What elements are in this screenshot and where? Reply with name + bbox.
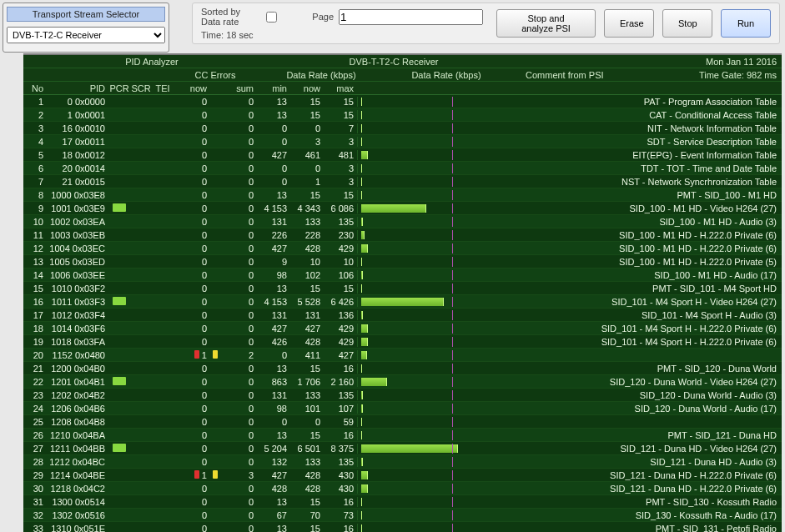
cell-pcr bbox=[108, 203, 130, 213]
cell-bar bbox=[357, 163, 499, 173]
table-row[interactable]: 417 0x0011 00033SDT - Service Descriptio… bbox=[23, 135, 782, 148]
table-row[interactable]: 251208 0x04B8 000059 bbox=[23, 415, 782, 429]
cell-bar bbox=[357, 230, 499, 240]
cell-pid: 18 0x0012 bbox=[47, 150, 108, 160]
ts-selector-dropdown[interactable]: DVB-T-T2-C Receiver bbox=[7, 27, 165, 43]
table-row[interactable]: 21 0x0001 00131515CAT - Conditional Acce… bbox=[23, 108, 782, 122]
cell-dr-min: 427 bbox=[257, 324, 290, 334]
header-title-center: DVB-T-T2-C Receiver bbox=[277, 57, 511, 67]
cell-cc-now: 0 bbox=[174, 510, 210, 520]
cell-cc-now: 0 bbox=[174, 324, 210, 334]
cell-comment: SID_121 - Duna HD - Audio (3) bbox=[499, 457, 782, 467]
cell-dr-min: 428 bbox=[257, 484, 290, 494]
cell-dr-max: 15 bbox=[324, 190, 357, 200]
table-row[interactable]: 201152 0x0480 120411427 bbox=[23, 349, 782, 362]
cell-cc-now: 0 bbox=[174, 430, 210, 440]
cell-no: 18 bbox=[23, 324, 47, 334]
table-row[interactable]: 151010 0x03F2 00131515PMT - SID_101 - M4… bbox=[23, 282, 782, 295]
table-row[interactable]: 311300 0x0514 00131516PMT - SID_130 - Ko… bbox=[23, 495, 782, 509]
cell-pid: 1201 0x04B1 bbox=[47, 377, 108, 387]
table-row[interactable]: 271211 0x04BB 005 2046 5018 375SID_121 -… bbox=[23, 442, 782, 455]
cell-dr-now: 0 bbox=[290, 123, 324, 133]
cell-dr-max: 3 bbox=[324, 177, 357, 187]
cell-dr-max: 3 bbox=[324, 163, 357, 173]
table-row[interactable]: 221201 0x04B1 008631 7062 160SID_120 - D… bbox=[23, 375, 782, 389]
table-row[interactable]: 301218 0x04C2 00428428430SID_121 - Duna … bbox=[23, 482, 782, 495]
table-row[interactable]: 121004 0x03EC 00427428429SID_100 - M1 HD… bbox=[23, 242, 782, 255]
cell-no: 32 bbox=[23, 510, 47, 520]
cell-dr-min: 427 bbox=[257, 470, 290, 480]
table-row[interactable]: 620 0x0014 00003TDT - TOT - Time and Dat… bbox=[23, 162, 782, 175]
table-row[interactable]: 261210 0x04BA 00131516PMT - SID_121 - Du… bbox=[23, 429, 782, 442]
table-row[interactable]: 161011 0x03F3 004 1535 5286 426SID_101 -… bbox=[23, 295, 782, 309]
col-scr: SCR bbox=[130, 83, 152, 93]
run-button[interactable]: Run bbox=[721, 9, 771, 38]
table-row[interactable]: 181014 0x03F6 00427427429SID_101 - M4 Sp… bbox=[23, 322, 782, 335]
cell-comment: SID_101 - M4 Sport H - H.222.0 Private (… bbox=[499, 337, 782, 347]
table-row[interactable]: 291214 0x04BE 13427428430SID_121 - Duna … bbox=[23, 469, 782, 482]
table-row[interactable]: 141006 0x03EE 0098102106SID_100 - M1 HD … bbox=[23, 269, 782, 282]
cell-dr-now: 6 501 bbox=[290, 444, 324, 454]
table-row[interactable]: 241206 0x04B6 0098101107SID_120 - Duna W… bbox=[23, 402, 782, 415]
cell-bar bbox=[357, 390, 499, 400]
table-row[interactable]: 321302 0x0516 00677073SID_130 - Kossuth … bbox=[23, 509, 782, 522]
table-row[interactable]: 316 0x0010 00007NIT - Network Informatio… bbox=[23, 122, 782, 135]
table-row[interactable]: 10 0x0000 00131515PAT - Program Associat… bbox=[23, 95, 782, 108]
cell-dr-min: 67 bbox=[257, 510, 290, 520]
table-row[interactable]: 281212 0x04BC 00132133135SID_121 - Duna … bbox=[23, 455, 782, 469]
cell-cc-sum: 0 bbox=[220, 497, 257, 507]
cell-dr-now: 5 528 bbox=[290, 297, 324, 307]
cell-dr-min: 98 bbox=[257, 404, 290, 414]
table-row[interactable]: 518 0x0012 00427461481EIT(EPG) - Event I… bbox=[23, 148, 782, 162]
table-row[interactable]: 231202 0x04B2 00131133135SID_120 - Duna … bbox=[23, 389, 782, 402]
cell-pcr bbox=[108, 297, 130, 307]
cell-cc-now: 0 bbox=[174, 444, 210, 454]
cell-bar bbox=[357, 270, 499, 280]
cell-dr-min: 0 bbox=[257, 163, 290, 173]
cell-no: 23 bbox=[23, 390, 47, 400]
table-row[interactable]: 171012 0x03F4 00131131136SID_101 - M4 Sp… bbox=[23, 309, 782, 322]
table-row[interactable]: 81000 0x03E8 00131515PMT - SID_100 - M1 … bbox=[23, 188, 782, 202]
cell-dr-now: 428 bbox=[290, 484, 324, 494]
cell-cc-sum: 0 bbox=[220, 177, 257, 187]
cell-dr-min: 427 bbox=[257, 243, 290, 253]
cell-cc-sum: 0 bbox=[220, 337, 257, 347]
table-row[interactable]: 101002 0x03EA 00131133135SID_100 - M1 HD… bbox=[23, 215, 782, 228]
cell-cc-sum: 0 bbox=[220, 390, 257, 400]
cell-cc-sum: 0 bbox=[220, 203, 257, 213]
cell-pid: 21 0x0015 bbox=[47, 177, 108, 187]
sort-checkbox[interactable] bbox=[266, 12, 277, 23]
cell-cc-now: 0 bbox=[174, 243, 210, 253]
cell-comment: SID_130 - Kossuth Ra - Audio (17) bbox=[499, 510, 782, 520]
cell-cc-sum: 0 bbox=[220, 137, 257, 147]
page-label: Page bbox=[312, 12, 334, 22]
cell-dr-max: 429 bbox=[324, 337, 357, 347]
cell-cc-sum: 0 bbox=[220, 324, 257, 334]
stop-analyze-psi-button[interactable]: Stop and analyze PSI bbox=[496, 9, 596, 38]
cell-comment: SID_121 - Duna HD - H.222.0 Private (6) bbox=[499, 484, 782, 494]
cell-dr-min: 13 bbox=[257, 430, 290, 440]
cell-pid: 1211 0x04BB bbox=[47, 444, 108, 454]
page-input[interactable] bbox=[339, 9, 483, 25]
table-row[interactable]: 211200 0x04B0 00131516PMT - SID_120 - Du… bbox=[23, 362, 782, 375]
table-row[interactable]: 91001 0x03E9 004 1534 3436 086SID_100 - … bbox=[23, 202, 782, 215]
stop-button[interactable]: Stop bbox=[662, 9, 712, 38]
table-row[interactable]: 721 0x0015 00013NST - Network Syncrhroni… bbox=[23, 175, 782, 188]
erase-button[interactable]: Erase bbox=[604, 9, 654, 38]
table-row[interactable]: 191018 0x03FA 00426428429SID_101 - M4 Sp… bbox=[23, 335, 782, 349]
cell-comment: SID_100 - M1 HD - Audio (17) bbox=[499, 270, 782, 280]
header-title-right: Mon Jan 11 2016 bbox=[511, 57, 782, 67]
table-row[interactable]: 131005 0x03ED 0091010SID_100 - M1 HD - H… bbox=[23, 255, 782, 269]
cell-cc-now: 0 bbox=[174, 310, 210, 320]
table-row[interactable]: 111003 0x03EB 00226228230SID_100 - M1 HD… bbox=[23, 228, 782, 242]
cell-bar bbox=[357, 470, 499, 480]
cell-cc-now: 0 bbox=[174, 230, 210, 240]
cell-cc-now: 0 bbox=[174, 97, 210, 107]
cell-bar bbox=[357, 350, 499, 360]
cell-bar bbox=[357, 510, 499, 520]
cell-dr-min: 0 bbox=[257, 177, 290, 187]
cell-comment: NST - Network Syncrhronization Table bbox=[499, 177, 782, 187]
table-row[interactable]: 331310 0x051E 00131516PMT - SID_131 - Pe… bbox=[23, 522, 782, 532]
cell-comment: SID_100 - M1 HD - Audio (3) bbox=[499, 217, 782, 227]
cell-dr-min: 98 bbox=[257, 270, 290, 280]
